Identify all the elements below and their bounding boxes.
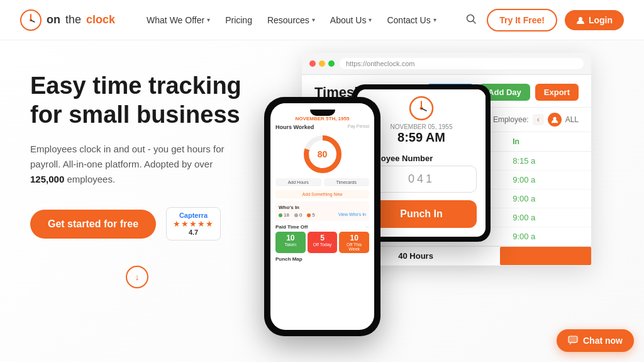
phone-timecards[interactable]: Timecards — [324, 178, 370, 186]
chevron-down-icon: ▾ — [433, 16, 436, 23]
svg-rect-14 — [569, 336, 577, 342]
nav-what-we-offer[interactable]: What We Offer ▾ — [140, 10, 216, 30]
url-bar: https://ontheclock.com — [340, 58, 584, 69]
logo-on: on — [47, 13, 60, 26]
user-icon — [576, 16, 585, 25]
scroll-hint[interactable]: ↓ — [30, 266, 244, 288]
hero-title: Easy time tracking for small business — [30, 72, 244, 129]
user-icon — [551, 116, 558, 123]
punch-time: 8:59 AM — [366, 130, 477, 145]
phone-whos-in: Who's In 18 0 — [275, 201, 369, 221]
employee-prev-button[interactable]: ‹ — [533, 114, 544, 125]
chat-icon — [568, 336, 578, 346]
in-dot — [279, 213, 282, 217]
phone-date: NOVEMBER 5TH, 1955 — [275, 116, 369, 122]
view-whos-in-link[interactable]: View Who's In — [338, 212, 366, 218]
logo-clock: clock — [86, 13, 115, 26]
export-button[interactable]: Export — [535, 84, 579, 101]
search-icon — [465, 13, 477, 25]
main-nav: What We Offer ▾ Pricing Resources ▾ Abou… — [140, 10, 463, 30]
scroll-down-icon: ↓ — [126, 266, 148, 288]
phone-mockup: NOVEMBER 5TH, 1955 Hours Worked Pay Peri… — [264, 97, 380, 336]
search-button[interactable] — [463, 11, 479, 30]
header-actions: Try It Free! Login — [463, 9, 624, 31]
nav-contact-us[interactable]: Contact Us ▾ — [380, 10, 442, 30]
phone-donut-chart: 80 — [275, 134, 369, 174]
phone-screen: NOVEMBER 5TH, 1955 Hours Worked Pay Peri… — [270, 103, 374, 330]
get-started-button[interactable]: Get started for free — [30, 210, 156, 239]
svg-line-5 — [473, 21, 475, 23]
punch-emp-input: 041 — [366, 166, 477, 193]
phone-content: NOVEMBER 5TH, 1955 Hours Worked Pay Peri… — [270, 111, 374, 267]
nav-resources[interactable]: Resources ▾ — [261, 10, 321, 30]
phone-action-buttons: Add Hours Timecards — [275, 178, 369, 186]
hero-section: Easy time tracking for small business Em… — [0, 40, 264, 362]
close-dot — [309, 60, 316, 67]
pto-taken-card: 10 Taken — [275, 232, 306, 253]
capterra-badge: Capterra ★★★★★ 4.7 — [166, 207, 221, 240]
phone-pto-cards: 10 Taken 5 Off Today 10 Off This Week — [275, 232, 369, 253]
minimize-dot — [319, 60, 325, 67]
nav-about-us[interactable]: About Us ▾ — [324, 10, 379, 30]
hero-mockups: https://ontheclock.com Timesheets Archiv… — [264, 40, 644, 362]
col-in: In — [500, 132, 591, 152]
login-button[interactable]: Login — [565, 10, 624, 30]
try-free-button[interactable]: Try It Free! — [487, 9, 557, 31]
chevron-down-icon: ▾ — [207, 16, 210, 23]
phone-hours-label: Hours Worked Pay Period — [275, 124, 369, 130]
logo-the: the — [65, 13, 81, 26]
employee-avatar — [548, 113, 562, 127]
phone-donut-value: 80 — [318, 149, 328, 159]
chevron-down-icon: ▾ — [369, 16, 372, 23]
phone-alert: Add Something New — [275, 190, 369, 198]
logo-clock-icon — [20, 9, 42, 31]
pto-header: Paid Time Off ··· — [275, 224, 369, 230]
hero-cta-area: Get started for free Capterra ★★★★★ 4.7 — [30, 207, 244, 240]
chat-button[interactable]: Chat now — [557, 329, 634, 352]
browser-bar: https://ontheclock.com — [302, 53, 591, 75]
break-dot — [307, 213, 311, 217]
pto-off-week-card: 10 Off This Week — [339, 232, 369, 253]
header: on the clock What We Offer ▾ Pricing Res… — [0, 0, 644, 40]
nav-pricing[interactable]: Pricing — [219, 10, 258, 30]
out-dot — [294, 213, 298, 217]
hero-subtitle: Employees clock in and out - you get hou… — [30, 142, 244, 187]
browser-dots — [309, 60, 335, 67]
maximize-dot — [328, 60, 335, 67]
phone-punch-map-label: Punch Map — [275, 256, 369, 262]
pto-off-today-card: 5 Off Today — [308, 232, 338, 253]
punch-in-button[interactable]: Punch In — [366, 200, 477, 228]
phone-notch — [310, 110, 335, 116]
chevron-down-icon: ▾ — [312, 16, 315, 23]
punch-emp-label: Emloyee Number — [366, 154, 477, 163]
logo[interactable]: on the clock — [20, 9, 115, 31]
punch-date: NOVEMBER 05, 1955 — [366, 123, 477, 130]
punch-clock-icon — [366, 96, 477, 121]
phone-counts: 18 0 5 View Who's In — [279, 212, 366, 218]
main-content: Easy time tracking for small business Em… — [0, 40, 644, 362]
phone-add-hours[interactable]: Add Hours — [275, 178, 321, 186]
employee-selector: Employee: ‹ ALL — [493, 113, 579, 127]
